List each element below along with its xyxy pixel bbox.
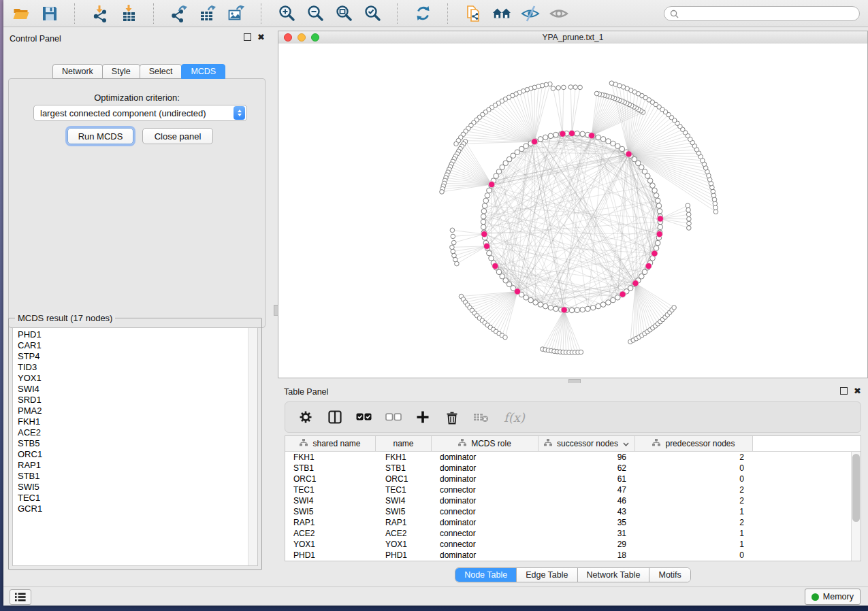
deselect-all-icon[interactable] bbox=[385, 409, 402, 425]
table-cell[interactable]: 61 bbox=[539, 474, 635, 484]
tab-node-table[interactable]: Node Table bbox=[455, 568, 517, 582]
table-cell[interactable]: 0 bbox=[635, 463, 753, 473]
mcds-result-item[interactable]: SWI5 bbox=[18, 482, 248, 493]
table-cell[interactable]: 2 bbox=[635, 485, 753, 495]
table-cell[interactable]: STB1 bbox=[285, 463, 376, 473]
table-cell[interactable]: YOX1 bbox=[376, 540, 432, 549]
table-row[interactable]: TEC1TEC1connector472 bbox=[285, 484, 851, 495]
table-cell[interactable]: dominator bbox=[432, 463, 539, 473]
table-cell[interactable]: dominator bbox=[432, 518, 539, 527]
table-row[interactable]: PHD1PHD1dominator180 bbox=[285, 550, 851, 561]
export-network-icon[interactable] bbox=[170, 4, 189, 23]
column-header-shared-name[interactable]: shared name bbox=[285, 436, 376, 451]
table-row[interactable]: ORC1ORC1dominator610 bbox=[285, 474, 851, 484]
delete-column-icon[interactable] bbox=[444, 409, 460, 425]
table-row[interactable]: RAP1RAP1dominator352 bbox=[285, 517, 851, 528]
mcds-result-item[interactable]: STB1 bbox=[18, 471, 248, 482]
table-cell[interactable]: 2 bbox=[635, 496, 753, 506]
table-cell[interactable]: FKH1 bbox=[285, 452, 376, 462]
mcds-result-item[interactable]: CAR1 bbox=[18, 340, 248, 351]
table-cell[interactable]: ORC1 bbox=[285, 474, 376, 484]
mcds-result-item[interactable]: ACE2 bbox=[18, 427, 248, 438]
zoom-out-icon[interactable] bbox=[306, 4, 325, 23]
open-file-icon[interactable] bbox=[12, 4, 31, 23]
duplicate-network-icon[interactable] bbox=[464, 4, 483, 23]
table-cell[interactable]: 1 bbox=[635, 529, 753, 538]
table-cell[interactable]: dominator bbox=[432, 452, 539, 462]
table-cell[interactable]: SWI5 bbox=[285, 507, 376, 516]
close-panel-icon[interactable]: ✖ bbox=[257, 33, 265, 41]
table-cell[interactable]: YOX1 bbox=[285, 540, 376, 549]
mcds-result-item[interactable]: STB5 bbox=[18, 438, 248, 449]
table-cell[interactable]: PHD1 bbox=[376, 550, 432, 560]
table-cell[interactable]: 0 bbox=[635, 474, 753, 484]
mcds-result-item[interactable]: RAP1 bbox=[18, 460, 248, 471]
mcds-result-item[interactable]: GCR1 bbox=[18, 503, 248, 514]
show-eye-icon[interactable] bbox=[549, 4, 568, 23]
mcds-result-item[interactable]: TID3 bbox=[18, 362, 248, 373]
table-cell[interactable]: TEC1 bbox=[285, 485, 376, 495]
table-cell[interactable]: ACE2 bbox=[376, 529, 432, 538]
table-cell[interactable]: SWI4 bbox=[285, 496, 376, 506]
table-settings-icon[interactable] bbox=[298, 409, 314, 425]
import-network-icon[interactable] bbox=[91, 4, 110, 23]
hide-panel-icon[interactable] bbox=[521, 4, 540, 23]
table-cell[interactable]: RAP1 bbox=[376, 518, 432, 527]
table-cell[interactable]: SWI4 bbox=[376, 496, 432, 506]
mcds-result-item[interactable]: SWI4 bbox=[18, 384, 248, 395]
search-box[interactable] bbox=[664, 6, 860, 21]
mcds-result-item[interactable]: STP4 bbox=[18, 351, 248, 362]
close-panel-icon[interactable]: ✖ bbox=[854, 387, 861, 395]
network-overview-icon[interactable] bbox=[492, 4, 511, 23]
table-scrollbar-thumb[interactable] bbox=[852, 454, 860, 522]
mcds-result-item[interactable]: PMA2 bbox=[18, 406, 248, 416]
mcds-result-item[interactable]: YOX1 bbox=[18, 373, 248, 384]
float-panel-icon[interactable] bbox=[244, 33, 251, 41]
mcds-result-item[interactable]: TEC1 bbox=[18, 493, 248, 503]
column-header-name[interactable]: name bbox=[376, 436, 432, 451]
table-cell[interactable]: 46 bbox=[539, 496, 635, 506]
table-cell[interactable]: connector bbox=[432, 485, 539, 495]
table-cell[interactable]: RAP1 bbox=[285, 518, 376, 527]
mcds-result-item[interactable]: ORC1 bbox=[18, 449, 248, 460]
column-header-MCDS-role[interactable]: MCDS role bbox=[432, 436, 539, 451]
table-cell[interactable]: ORC1 bbox=[376, 474, 432, 484]
table-cell[interactable]: 2 bbox=[635, 452, 753, 462]
tab-mcds[interactable]: MCDS bbox=[181, 64, 225, 79]
tab-select[interactable]: Select bbox=[140, 64, 182, 79]
table-cell[interactable]: 31 bbox=[539, 529, 635, 538]
save-icon[interactable] bbox=[40, 4, 59, 23]
close-panel-button[interactable]: Close panel bbox=[142, 128, 213, 144]
table-cell[interactable]: 1 bbox=[635, 507, 753, 516]
table-cell[interactable]: 1 bbox=[635, 540, 753, 549]
table-vertical-scrollbar[interactable] bbox=[851, 452, 861, 561]
table-cell[interactable]: dominator bbox=[432, 496, 539, 506]
table-cell[interactable]: TEC1 bbox=[376, 485, 432, 495]
table-cell[interactable]: 43 bbox=[539, 507, 635, 516]
tab-edge-table[interactable]: Edge Table bbox=[517, 568, 577, 582]
refresh-icon[interactable] bbox=[413, 4, 432, 23]
select-all-icon[interactable] bbox=[356, 409, 372, 425]
table-cell[interactable]: 29 bbox=[539, 540, 635, 549]
memory-button[interactable]: Memory bbox=[805, 589, 861, 605]
network-canvas[interactable] bbox=[278, 44, 867, 378]
table-cell[interactable]: 47 bbox=[539, 485, 635, 495]
float-panel-icon[interactable] bbox=[840, 387, 848, 395]
table-cell[interactable]: 18 bbox=[539, 550, 635, 560]
table-cell[interactable]: 62 bbox=[539, 463, 635, 473]
network-vertical-scrollbar-thumb[interactable] bbox=[274, 305, 278, 316]
export-image-icon[interactable] bbox=[227, 4, 246, 23]
search-input[interactable] bbox=[682, 8, 841, 19]
table-cell[interactable]: connector bbox=[432, 540, 539, 549]
table-cell[interactable]: connector bbox=[432, 529, 539, 538]
table-row[interactable]: SWI4SWI4dominator462 bbox=[285, 495, 851, 506]
table-cell[interactable]: dominator bbox=[432, 474, 539, 484]
table-cell[interactable]: 35 bbox=[539, 518, 635, 527]
column-header-successor-nodes[interactable]: successor nodes bbox=[539, 436, 635, 451]
table-cell[interactable]: ACE2 bbox=[285, 529, 376, 538]
table-cell[interactable]: 2 bbox=[635, 518, 753, 527]
tab-style[interactable]: Style bbox=[102, 64, 140, 79]
table-row[interactable]: FKH1FKH1dominator962 bbox=[285, 452, 851, 463]
delete-table-icon[interactable] bbox=[473, 409, 489, 425]
task-history-button[interactable] bbox=[10, 589, 31, 605]
